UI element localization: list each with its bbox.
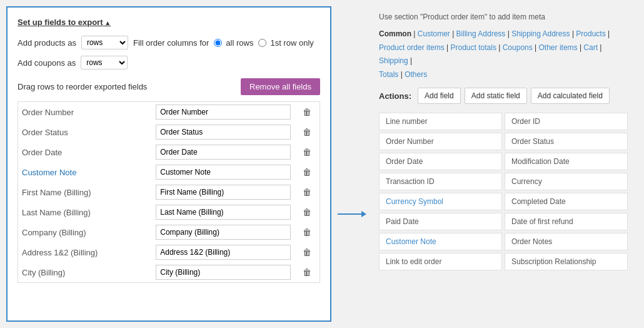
field-input-cell bbox=[152, 222, 294, 242]
grid-cell[interactable]: Customer Note bbox=[379, 233, 502, 250]
grid-cell[interactable]: Date of first refund bbox=[505, 213, 628, 230]
field-input-cell bbox=[152, 262, 294, 282]
field-text-input[interactable] bbox=[156, 205, 291, 220]
grid-cell[interactable]: Completed Date bbox=[505, 193, 628, 210]
table-row: Last Name (Billing) 🗑 bbox=[18, 202, 319, 222]
field-input-cell bbox=[152, 102, 294, 122]
field-text-input[interactable] bbox=[156, 185, 291, 200]
billing-link[interactable]: Billing Address bbox=[456, 29, 506, 38]
delete-icon[interactable]: 🗑 bbox=[303, 207, 311, 217]
delete-icon[interactable]: 🗑 bbox=[303, 107, 311, 117]
grid-cell[interactable]: Line number bbox=[379, 113, 502, 130]
add-products-label: Add products as bbox=[18, 38, 76, 48]
field-input-cell bbox=[152, 182, 294, 202]
remove-all-button[interactable]: Remove all fields bbox=[241, 78, 320, 95]
grid-cell[interactable]: Transaction ID bbox=[379, 173, 502, 190]
first-row-label: 1st row only bbox=[270, 38, 313, 48]
field-text-input[interactable] bbox=[156, 225, 291, 240]
add-coupons-select[interactable]: rows columns bbox=[81, 56, 128, 69]
delete-icon[interactable]: 🗑 bbox=[303, 147, 311, 157]
fields-table: Order Number 🗑 Order Status 🗑 Order Date… bbox=[18, 102, 319, 282]
field-text-input[interactable] bbox=[156, 265, 291, 280]
others-link[interactable]: Others bbox=[405, 70, 427, 79]
delete-icon[interactable]: 🗑 bbox=[303, 187, 311, 197]
field-text-input[interactable] bbox=[156, 125, 291, 140]
all-rows-radio[interactable] bbox=[214, 39, 222, 47]
grid-cell[interactable]: Order Notes bbox=[505, 233, 628, 250]
drag-label-row: Drag rows to reorder exported fields Rem… bbox=[18, 78, 320, 95]
table-row: Order Status 🗑 bbox=[18, 122, 319, 142]
actions-label: Actions: bbox=[379, 91, 411, 101]
grid-cell[interactable]: Modification Date bbox=[505, 153, 628, 170]
field-label: Customer Note bbox=[18, 162, 152, 182]
left-panel: Set up fields to export Add products as … bbox=[6, 6, 331, 322]
grid-cell[interactable]: Link to edit order bbox=[379, 253, 502, 270]
delete-icon[interactable]: 🗑 bbox=[303, 167, 311, 177]
add-field-button[interactable]: Add field bbox=[418, 88, 461, 104]
first-row-option: 1st row only bbox=[258, 38, 313, 48]
field-input-cell bbox=[152, 142, 294, 162]
field-delete-cell: 🗑 bbox=[294, 162, 319, 182]
field-delete-cell: 🗑 bbox=[294, 122, 319, 142]
add-products-select[interactable]: rows columns bbox=[81, 36, 128, 49]
table-row: First Name (Billing) 🗑 bbox=[18, 182, 319, 202]
fields-scroll-wrapper: Order Number 🗑 Order Status 🗑 Order Date… bbox=[18, 101, 320, 283]
setup-title[interactable]: Set up fields to export bbox=[18, 18, 320, 27]
product-totals-link[interactable]: Product totals bbox=[451, 43, 496, 52]
table-row: Address 1&2 (Billing) 🗑 bbox=[18, 242, 319, 262]
field-delete-cell: 🗑 bbox=[294, 102, 319, 122]
grid-cell[interactable]: Order ID bbox=[505, 113, 628, 130]
shipping-link[interactable]: Shipping Address bbox=[511, 29, 570, 38]
grid-cell[interactable]: Order Number bbox=[379, 133, 502, 150]
field-text-input[interactable] bbox=[156, 145, 291, 160]
grid-cell[interactable]: Order Status bbox=[505, 133, 628, 150]
common-link[interactable]: Common bbox=[379, 29, 411, 38]
delete-icon[interactable]: 🗑 bbox=[303, 227, 311, 237]
customer-link[interactable]: Customer bbox=[418, 29, 450, 38]
right-panel: Use section "Product order item" to add … bbox=[369, 6, 638, 322]
field-input-cell bbox=[152, 242, 294, 262]
coupons-link[interactable]: Coupons bbox=[503, 43, 533, 52]
field-text-input[interactable] bbox=[156, 165, 291, 180]
field-text-input[interactable] bbox=[156, 105, 291, 120]
field-delete-cell: 🗑 bbox=[294, 142, 319, 162]
products-link[interactable]: Products bbox=[576, 29, 605, 38]
cart-link[interactable]: Cart bbox=[583, 43, 598, 52]
fill-order-label: Fill order columns for bbox=[133, 38, 209, 48]
shipping-link2[interactable]: Shipping bbox=[379, 56, 408, 65]
field-text-input[interactable] bbox=[156, 245, 291, 260]
add-static-field-button[interactable]: Add static field bbox=[465, 88, 527, 104]
field-label: Company (Billing) bbox=[18, 222, 152, 242]
field-label: Order Date bbox=[18, 142, 152, 162]
all-rows-option: all rows bbox=[214, 38, 253, 48]
field-delete-cell: 🗑 bbox=[294, 182, 319, 202]
field-delete-cell: 🗑 bbox=[294, 262, 319, 282]
totals-link[interactable]: Totals bbox=[379, 70, 398, 79]
add-coupons-label: Add coupons as bbox=[18, 58, 76, 68]
grid-cell[interactable]: Currency Symbol bbox=[379, 193, 502, 210]
table-row: City (Billing) 🗑 bbox=[18, 262, 319, 282]
field-input-cell bbox=[152, 122, 294, 142]
field-delete-cell: 🗑 bbox=[294, 222, 319, 242]
add-coupons-row: Add coupons as rows columns bbox=[18, 56, 320, 69]
grid-cell[interactable]: Order Date bbox=[379, 153, 502, 170]
category-links: Common | Customer | Billing Address | Sh… bbox=[379, 28, 628, 81]
arrow-line bbox=[338, 213, 363, 215]
field-label: Address 1&2 (Billing) bbox=[18, 242, 152, 262]
grid-cell[interactable]: Subscription Relationship bbox=[505, 253, 628, 270]
product-order-items-link[interactable]: Product order items bbox=[379, 43, 445, 52]
field-input-cell bbox=[152, 162, 294, 182]
add-calculated-field-button[interactable]: Add calculated field bbox=[531, 88, 610, 104]
first-row-radio[interactable] bbox=[258, 39, 266, 47]
grid-cell[interactable]: Currency bbox=[505, 173, 628, 190]
table-row: Order Date 🗑 bbox=[18, 142, 319, 162]
delete-icon[interactable]: 🗑 bbox=[303, 127, 311, 137]
fields-scroll-inner[interactable]: Order Number 🗑 Order Status 🗑 Order Date… bbox=[18, 102, 319, 282]
delete-icon[interactable]: 🗑 bbox=[303, 267, 311, 277]
grid-cell[interactable]: Paid Date bbox=[379, 213, 502, 230]
delete-icon[interactable]: 🗑 bbox=[303, 247, 311, 257]
add-products-row: Add products as rows columns Fill order … bbox=[18, 36, 320, 49]
field-label: First Name (Billing) bbox=[18, 182, 152, 202]
actions-row: Actions: Add field Add static field Add … bbox=[379, 88, 628, 104]
other-items-link[interactable]: Other items bbox=[539, 43, 578, 52]
